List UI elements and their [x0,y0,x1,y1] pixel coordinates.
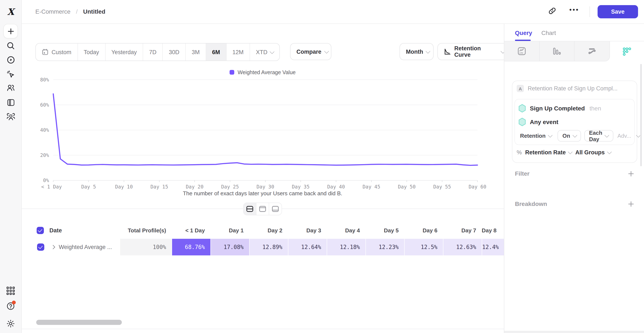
query-step-header[interactable]: A Retention Rate of Sign Up Compl... [517,85,618,92]
horizontal-scrollbar[interactable] [36,320,122,325]
retention-events-card: Sign Up Completed then Any event Retenti… [514,99,635,145]
column-header-day-3[interactable]: Day 3 [288,222,327,239]
retention-table: DateTotal Profile(s)< 1 DayDay 1Day 2Day… [37,222,504,255]
date-range-yesterday[interactable]: Yesterday [106,44,143,61]
column-header-day-5[interactable]: Day 5 [366,222,404,239]
date-range-30d[interactable]: 30D [163,44,186,61]
mixpanel-logo[interactable]: X [4,5,17,18]
insights-icon [517,47,526,56]
search-nav-button[interactable] [4,39,18,53]
chart-style-dropdown[interactable]: Retention Curve [438,43,504,60]
interval-dropdown[interactable]: Each Day [584,130,613,142]
tab-chart[interactable]: Chart [541,30,556,36]
report-type-funnels[interactable] [540,41,574,61]
date-range-6m[interactable]: 6M [206,44,226,61]
link-icon [548,7,557,15]
retention-controls-row: Retention On Each Day Adv... [518,130,640,142]
breadcrumb-report-title[interactable]: Untitled [83,8,105,15]
retention-cell[interactable]: 12.4% [482,239,504,255]
top-bar: E-Commerce / Untitled ••• Save [21,0,644,24]
on-dropdown[interactable]: On [558,130,581,142]
apps-grid-icon [6,286,15,295]
column-header-day-2[interactable]: Day 2 [249,222,288,239]
retention-cell[interactable]: 12.89% [249,239,288,255]
flows-icon [587,47,597,56]
expand-row-chevron[interactable] [51,245,55,249]
column-header--1-day[interactable]: < 1 Day [172,222,210,239]
report-type-flows[interactable] [574,41,610,61]
panel-scrollbar[interactable] [640,64,642,166]
select-all-checkbox[interactable] [37,227,44,234]
event-hexagon-icon [518,104,526,113]
date-range-xtd[interactable]: XTD [250,44,280,61]
add-filter-button[interactable] [628,171,634,176]
retention-cell[interactable]: 12.64% [288,239,327,255]
gear-icon [6,319,15,328]
groups-dropdown[interactable]: All Groups [576,149,611,156]
retention-cell[interactable]: 12.63% [443,239,482,255]
chevron-down-icon [500,49,504,53]
first-event-row[interactable]: Sign Up Completed then [518,104,601,113]
column-header-day-7[interactable]: Day 7 [443,222,482,239]
settings-button[interactable] [4,317,18,330]
granularity-dropdown[interactable]: Month [400,43,434,60]
retention-curve-icon [444,48,451,55]
column-header-date[interactable]: Date [50,222,120,239]
column-header-day-1[interactable]: Day 1 [210,222,249,239]
copy-link-button[interactable] [548,7,557,15]
svg-text:Day 55: Day 55 [433,184,451,190]
column-header-day-4[interactable]: Day 4 [327,222,366,239]
date-range-today[interactable]: Today [78,44,106,61]
users-nav-button[interactable] [4,81,18,95]
panel-bottom-strip [504,331,644,333]
row-checkbox[interactable] [37,243,44,251]
query-step-title: Retention Rate of Sign Up Compl... [528,85,618,92]
events-nav-button[interactable] [4,67,18,81]
retention-cell[interactable]: 12.5% [404,239,443,255]
report-type-retention[interactable] [610,41,644,61]
boards-nav-button[interactable] [4,96,18,109]
compare-button[interactable]: Compare [290,43,331,60]
view-toggle-chart-and-table[interactable] [244,203,256,215]
then-label: then [590,105,601,112]
column-header-total-profile-s-[interactable]: Total Profile(s) [120,222,172,239]
breadcrumb-project[interactable]: E-Commerce [35,8,70,15]
retention-curve-line[interactable] [53,94,478,165]
add-breakdown-button[interactable] [628,201,634,207]
row-label[interactable]: Weighted Average ... [59,244,112,250]
date-range-7d[interactable]: 7D [143,44,163,61]
column-header-day-8[interactable]: Day 8 [482,222,502,239]
on-label: On [562,133,570,139]
report-type-insights[interactable] [504,41,540,61]
return-event-name: Any event [530,119,558,125]
date-range-12m[interactable]: 12M [226,44,250,61]
content-bottom-border [21,329,504,329]
measure-row: % Retention Rate All Groups [517,149,611,156]
date-range-3m[interactable]: 3M [186,44,206,61]
more-options-button[interactable]: ••• [569,6,579,13]
view-toggle-chart-only[interactable] [256,203,269,215]
tab-query[interactable]: Query [515,30,532,36]
advanced-dropdown[interactable]: Adv... [618,133,640,139]
explore-nav-button[interactable] [4,53,18,67]
save-button[interactable]: Save [598,5,638,18]
retention-line-chart[interactable]: 0%20%40%60%80%< 1 DayDay 5Day 10Day 15Da… [21,68,504,200]
view-toggle-table-only[interactable] [269,203,282,215]
cohorts-nav-button[interactable] [4,110,18,124]
query-panel: Query Chart A Retention Rate of Sign Up … [504,24,644,333]
retention-cell[interactable]: 100% [120,239,172,255]
create-new-button[interactable] [4,24,18,38]
retention-cell[interactable]: 12.18% [327,239,366,255]
help-button[interactable] [4,299,18,313]
svg-text:Day 30: Day 30 [256,184,274,190]
retention-cell[interactable]: 12.23% [366,239,404,255]
retention-cell[interactable]: 17.08% [210,239,249,255]
criteria-dropdown[interactable]: Retention [518,133,554,139]
column-header-day-6[interactable]: Day 6 [404,222,443,239]
retention-cell[interactable]: 68.76% [172,239,210,255]
return-event-row[interactable]: Any event [518,118,558,126]
date-range-custom[interactable]: Custom [36,44,78,61]
measure-dropdown[interactable]: Retention Rate [525,149,572,156]
apps-nav-button[interactable] [4,284,18,298]
svg-text:Day 40: Day 40 [327,184,345,190]
